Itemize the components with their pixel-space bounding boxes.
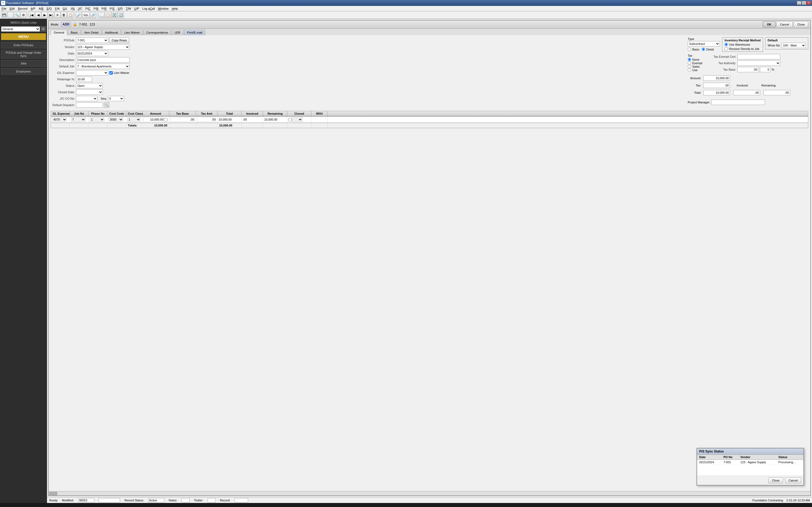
toolbar-search[interactable]: 🔍 <box>14 12 20 18</box>
tab-basic[interactable]: Basic <box>68 30 81 35</box>
toolbar-sql[interactable]: SQL <box>82 12 90 18</box>
vendor-select[interactable]: 123 - Agave Supply <box>76 44 130 50</box>
menu-window[interactable]: Window <box>157 6 170 11</box>
grid-gl-select[interactable]: 4070 <box>52 117 67 122</box>
grid-amount-checkbox[interactable] <box>164 118 168 121</box>
menu-ap[interactable]: A/P <box>29 6 37 11</box>
retainage-input[interactable] <box>76 76 92 82</box>
jcco-select[interactable] <box>76 96 98 101</box>
menu-pb[interactable]: P/B <box>92 6 100 11</box>
project-manager-input[interactable] <box>711 100 765 105</box>
whse-no-select[interactable]: 100 - Main <box>781 43 806 48</box>
menu-fa[interactable]: F/A <box>53 6 61 11</box>
grid-phase-select[interactable]: 1 <box>90 117 105 122</box>
menu-jc[interactable]: J/C <box>76 6 84 11</box>
modified-extra-input[interactable] <box>99 498 120 502</box>
irm-warehouse-input[interactable] <box>724 43 728 46</box>
sidebar-nav-enter-posubs[interactable]: Enter PO/Subs <box>1 42 46 48</box>
toolbar-last[interactable]: ▶| <box>48 12 54 18</box>
remaining-value-input[interactable] <box>763 90 790 95</box>
toolbar-lookup[interactable]: 🔎 <box>76 12 81 18</box>
menu-record[interactable]: Record <box>16 6 29 11</box>
menu-ps[interactable]: P/S <box>108 6 116 11</box>
tab-additional[interactable]: Additional <box>102 30 121 35</box>
irm-warehouse-radio[interactable]: Use Warehouse <box>724 43 760 46</box>
menu-sd[interactable]: S/D <box>116 6 124 11</box>
sidebar-gear-button[interactable]: ⚙ <box>41 26 46 32</box>
toolbar-new[interactable]: 📄 <box>7 12 13 18</box>
close-button[interactable]: Close <box>794 21 808 27</box>
tab-lien-waiver[interactable]: Lien Waiver <box>121 30 143 35</box>
sync-close-button[interactable]: Close <box>768 477 783 484</box>
toolbar-clipboard[interactable]: 📋 <box>105 12 111 18</box>
toolbar-first[interactable]: |◀ <box>29 12 35 18</box>
tab-item-detail[interactable]: Item Detail <box>81 30 102 35</box>
menu-in[interactable]: I/N <box>69 6 76 11</box>
status-select[interactable]: Open <box>76 83 103 88</box>
type-detail-radio[interactable]: Detail <box>702 48 714 51</box>
dispatch-search-btn[interactable]: 🔍 <box>104 102 109 108</box>
default-dispatch-input[interactable] <box>76 102 103 108</box>
default-job-select[interactable]: 7 - Brentwood Apartments <box>76 64 130 69</box>
minimize-button[interactable]: _ <box>797 1 801 5</box>
sidebar-menu-button[interactable]: MENU <box>1 33 46 40</box>
toolbar-settings[interactable]: ⚙ <box>20 12 26 18</box>
menu-pc[interactable]: P/C <box>84 6 92 11</box>
type-basic-radio[interactable]: Basic <box>688 48 699 51</box>
type-basic-input[interactable] <box>688 48 691 51</box>
sidebar-select[interactable]: General <box>1 26 40 32</box>
copy-rows-button[interactable]: Copy Rows <box>109 37 129 43</box>
menu-log-call[interactable]: Log a Call <box>141 6 157 11</box>
irm-direct-input[interactable] <box>724 47 728 51</box>
date-select[interactable]: 02/21/2024 <box>76 51 108 56</box>
grid-closed-select[interactable] <box>292 117 303 122</box>
toolbar-prev[interactable]: ◀ <box>35 12 41 18</box>
grid-amount-input[interactable] <box>143 117 164 122</box>
gl-expense-select[interactable] <box>76 70 108 75</box>
ok-button[interactable]: OK <box>763 21 775 27</box>
menu-tm[interactable]: T/M <box>124 6 133 11</box>
toolbar-delete[interactable]: ✕ <box>55 12 60 18</box>
tax-input[interactable] <box>703 83 730 88</box>
invoiced-value-input[interactable] <box>733 90 760 95</box>
menu-edit[interactable]: Edit <box>8 6 16 11</box>
tab-general[interactable]: General <box>51 30 67 35</box>
menu-file[interactable]: File <box>0 6 8 11</box>
toolbar-copy[interactable]: 📋 <box>67 12 73 18</box>
tax-sales-input[interactable] <box>688 65 691 68</box>
sidebar-nav-posub-sync[interactable]: PO/Sub and Change Order Sync <box>1 50 46 59</box>
grid-closed-checkbox[interactable] <box>288 118 292 121</box>
tax-use-radio[interactable]: Use <box>688 68 702 72</box>
description-input[interactable] <box>76 57 130 63</box>
type-select[interactable]: Subcontract <box>688 41 720 47</box>
lien-waiver-checkbox[interactable] <box>109 71 113 75</box>
tax-exempt-radio[interactable]: Exempt <box>688 61 702 65</box>
grid-taxbase-input[interactable] <box>170 117 194 122</box>
tax-base-amount-input[interactable] <box>737 67 759 72</box>
tax-exempt-input[interactable] <box>688 61 691 65</box>
tax-base-percent-input[interactable] <box>760 67 771 72</box>
amount-input[interactable] <box>703 75 730 81</box>
closed-date-select[interactable] <box>76 90 103 95</box>
menu-eq[interactable]: E/Q <box>45 6 53 11</box>
seq-select[interactable]: 0 <box>108 96 124 101</box>
tax-authority-select[interactable] <box>737 60 780 66</box>
modified-input[interactable] <box>78 498 94 502</box>
toolbar-next[interactable]: ▶ <box>42 12 48 18</box>
scrollbar-thumb[interactable] <box>49 492 57 495</box>
sync-cancel-button[interactable]: Cancel <box>785 477 801 484</box>
tax-sales-radio[interactable]: Sales <box>688 65 702 68</box>
tab-correspondence[interactable]: Correspondence <box>143 30 171 35</box>
posub-select[interactable]: 7-001 <box>76 38 108 43</box>
menu-ab[interactable]: A/B <box>37 6 45 11</box>
tax-exempt-cert-input[interactable] <box>737 54 780 59</box>
menu-pr[interactable]: P/R <box>100 6 108 11</box>
tax-none-input[interactable] <box>688 58 691 61</box>
toolbar-refresh[interactable]: 🔄 <box>118 12 124 18</box>
menu-gl[interactable]: G/L <box>61 6 69 11</box>
sidebar-nav-employees[interactable]: Employees <box>1 68 46 75</box>
grid-taxamt-input[interactable] <box>197 117 216 122</box>
horizontal-scrollbar[interactable] <box>49 491 810 496</box>
toolbar-trash[interactable]: 🗑 <box>61 12 67 18</box>
menu-help[interactable]: Help <box>170 6 180 11</box>
